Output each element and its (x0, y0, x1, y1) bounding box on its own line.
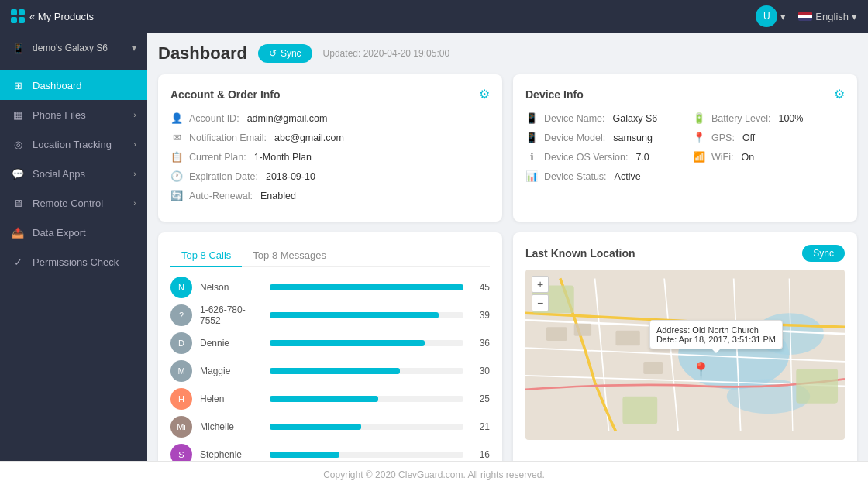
device-name-value: Galaxy S6 (613, 113, 658, 124)
remote-icon: 🖥 (11, 196, 25, 210)
bar-track (270, 340, 463, 346)
device-selector[interactable]: 📱 demo's Galaxy S6 ▾ (0, 33, 147, 64)
arrow-icon: › (133, 169, 136, 178)
svg-rect-12 (622, 397, 657, 424)
contact-avatar: Mi (170, 416, 192, 438)
device-col-1: 📱 Device Name: Galaxy S6 📱 Device Model:… (525, 112, 677, 190)
bar-track (270, 396, 463, 402)
social-icon: 💬 (11, 167, 25, 180)
sidebar-item-dashboard[interactable]: ⊞ Dashboard (0, 70, 147, 100)
contact-avatar: H (170, 388, 192, 410)
nav-left: « My Products (11, 9, 94, 23)
contact-name: Nelson (200, 282, 262, 293)
arrow-icon: › (133, 110, 136, 119)
wifi-icon: 📶 (693, 151, 705, 163)
main-layout: 📱 demo's Galaxy S6 ▾ ⊞ Dashboard ▦ Phone… (0, 33, 868, 461)
sync-button[interactable]: ↺ Sync (258, 44, 312, 63)
sidebar-item-phone-files[interactable]: ▦ Phone Files › (0, 100, 147, 129)
sidebar-item-permissions[interactable]: ✓ Permissions Check (0, 247, 147, 277)
device-os-row: ℹ Device OS Version: 7.0 (525, 151, 677, 163)
device-model-row: 📱 Device Model: samsung (525, 132, 677, 143)
expiry-icon: 🕐 (170, 170, 183, 182)
sync-icon: ↺ (269, 48, 277, 59)
footer: Copyright © 2020 ClevGuard.com. All righ… (0, 461, 868, 488)
map-sync-button[interactable]: Sync (802, 245, 845, 262)
nav-title[interactable]: « My Products (29, 11, 94, 22)
map-area[interactable]: + − 📍 Address: Old North Church Date: Ap… (525, 270, 845, 440)
expiry-value: 2018-09-10 (266, 171, 315, 182)
tab-calls[interactable]: Top 8 Calls (170, 245, 242, 267)
gps-value: Off (742, 132, 755, 143)
zoom-out-button[interactable]: − (532, 294, 549, 311)
device-status-value: Active (615, 171, 641, 182)
bar-track (270, 452, 463, 458)
bar-row: D Dennie 36 (170, 332, 490, 354)
bar-count: 16 (471, 449, 490, 460)
logo-grid-icon (11, 9, 25, 23)
expiry-row: 🕐 Expiration Date: 2018-09-10 (170, 170, 490, 182)
popup-date: Date: Apr 18, 2017, 3:51:31 PM (656, 335, 776, 344)
zoom-in-button[interactable]: + (532, 276, 549, 293)
lang-chevron: ▾ (852, 11, 857, 22)
language-selector[interactable]: English ▾ (798, 11, 857, 22)
svg-rect-14 (546, 327, 567, 341)
bottom-row: Top 8 Calls Top 8 Messages N Nelson 45 ?… (158, 232, 857, 461)
contact-avatar: ? (170, 304, 192, 326)
user-chevron: ▾ (780, 11, 786, 22)
bar-chart: N Nelson 45 ? 1-626-780-7552 39 D Dennie… (170, 277, 490, 461)
battery-label: Battery Level: (711, 113, 770, 124)
renewal-label: Auto-Renewal: (189, 191, 253, 201)
contact-avatar: D (170, 332, 192, 354)
sidebar-item-location[interactable]: ◎ Location Tracking › (0, 129, 147, 159)
plan-icon: 📋 (170, 151, 183, 163)
notif-email-label: Notification Email: (189, 132, 267, 143)
contact-avatar: S (170, 444, 192, 461)
svg-rect-15 (574, 324, 591, 336)
device-card-header: Device Info ⚙ (525, 87, 845, 101)
contact-avatar: N (170, 277, 192, 298)
device-gear-icon[interactable]: ⚙ (834, 87, 845, 101)
device-os-value: 7.0 (636, 152, 649, 163)
plan-row: 📋 Current Plan: 1-Month Plan (170, 151, 490, 163)
account-id-icon: 👤 (170, 112, 183, 124)
map-svg (525, 270, 845, 440)
top-nav: « My Products U ▾ English ▾ (0, 0, 868, 33)
bar-row: S Stephenie 16 (170, 444, 490, 461)
sidebar-item-label: Dashboard (33, 80, 136, 91)
device-chevron-icon: ▾ (132, 43, 136, 53)
device-phone-icon: 📱 (11, 40, 26, 56)
sidebar-item-remote[interactable]: 🖥 Remote Control › (0, 188, 147, 218)
contact-name: Maggie (200, 366, 262, 376)
plan-label: Current Plan: (189, 152, 246, 163)
footer-text: Copyright © 2020 ClevGuard.com. All righ… (323, 469, 545, 480)
sidebar: 📱 demo's Galaxy S6 ▾ ⊞ Dashboard ▦ Phone… (0, 33, 147, 461)
dashboard-header: Dashboard ↺ Sync Updated: 2020-04-20 19:… (158, 43, 857, 64)
avatar: U (756, 5, 777, 27)
contact-avatar: M (170, 360, 192, 382)
contact-name: Michelle (200, 421, 262, 432)
page-title: Dashboard (158, 43, 247, 64)
account-id-value: admin@gmail.com (247, 113, 328, 124)
battery-value: 100% (778, 113, 803, 124)
email-icon: ✉ (170, 132, 183, 143)
user-menu[interactable]: U ▾ (756, 5, 786, 27)
bar-row: N Nelson 45 (170, 277, 490, 298)
sidebar-item-label: Data Export (33, 227, 136, 239)
bar-row: Mi Michelle 21 (170, 416, 490, 438)
bar-track (270, 424, 463, 430)
phone-files-icon: ▦ (11, 108, 25, 122)
device-name: demo's Galaxy S6 (33, 43, 132, 53)
renewal-value: Enabled (260, 191, 296, 201)
dashboard-icon: ⊞ (11, 78, 25, 92)
bar-fill (270, 340, 425, 346)
sidebar-item-social[interactable]: 💬 Social Apps › (0, 159, 147, 188)
battery-row: 🔋 Battery Level: 100% (693, 112, 845, 124)
device-status-label: Device Status: (544, 171, 607, 182)
sidebar-item-export[interactable]: 📤 Data Export (0, 218, 147, 247)
wifi-label: WiFi: (711, 152, 733, 163)
updated-timestamp: Updated: 2020-04-20 19:05:00 (323, 48, 450, 59)
bar-fill (270, 396, 378, 402)
tab-messages[interactable]: Top 8 Messages (242, 245, 337, 267)
account-gear-icon[interactable]: ⚙ (479, 87, 490, 101)
gps-icon: 📍 (693, 132, 705, 143)
